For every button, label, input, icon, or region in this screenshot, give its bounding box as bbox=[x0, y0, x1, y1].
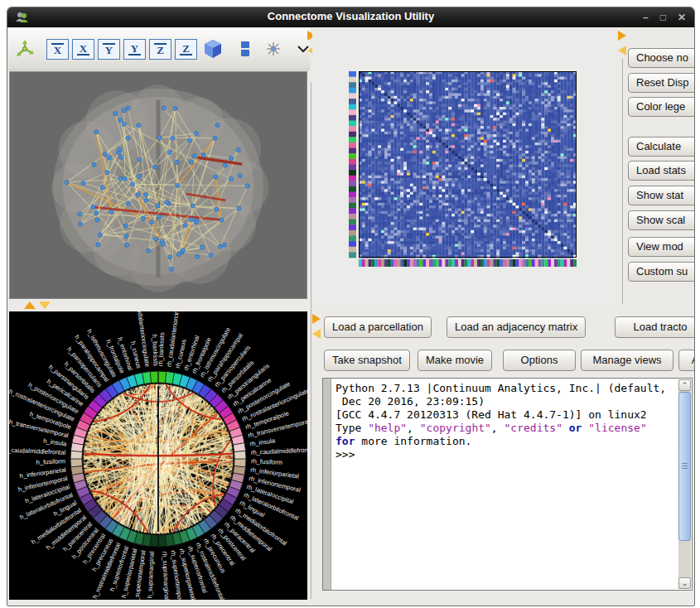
view-axis-y-bottom-button[interactable]: Y bbox=[123, 39, 146, 60]
window-controls: – □ ✕ bbox=[643, 7, 686, 27]
action-button-manage-views[interactable]: Manage views bbox=[581, 350, 673, 371]
action-button-load-an-adjacency-matrix[interactable]: Load an adjacency matrix bbox=[447, 316, 586, 338]
scroll-up-icon[interactable]: ⌃ bbox=[678, 379, 691, 391]
region-label-right: rh_fusiform bbox=[251, 457, 282, 466]
right-panel-button-view-mod[interactable]: View mod bbox=[628, 237, 695, 257]
axis-letter: Y bbox=[131, 43, 138, 54]
console-line: for more information. bbox=[336, 435, 677, 448]
parallel-projection-icon[interactable] bbox=[237, 39, 253, 59]
view-axis-x-top-button[interactable]: X bbox=[46, 39, 69, 60]
region-label-right: rh_bankssts bbox=[157, 332, 166, 367]
titlebar[interactable]: Connectome Visualization Utility – □ ✕ bbox=[7, 7, 694, 27]
console-line: [GCC 4.4.7 20120313 (Red Hat 4.4.7-1)] o… bbox=[336, 408, 677, 422]
console-gutter bbox=[323, 379, 331, 590]
adjacency-matrix-heatmap[interactable] bbox=[349, 71, 577, 267]
splitter-right-arrow-icon[interactable] bbox=[312, 314, 321, 324]
view-axis-z-bottom-button[interactable]: Z bbox=[175, 39, 197, 60]
right-vertical-splitter[interactable] bbox=[622, 59, 623, 304]
python-console[interactable]: Python 2.7.13 |Continuum Analytics, Inc.… bbox=[322, 378, 693, 591]
console-output[interactable]: Python 2.7.13 |Continuum Analytics, Inc.… bbox=[336, 382, 677, 588]
axes-marker-icon[interactable] bbox=[263, 39, 283, 59]
view-axis-z-top-button[interactable]: Z bbox=[149, 39, 171, 60]
action-button-options[interactable]: Options bbox=[503, 350, 576, 371]
app-window: Connectome Visualization Utility – □ ✕ bbox=[7, 7, 695, 606]
console-line: Dec 20 2016, 23:09:15) bbox=[336, 395, 677, 408]
action-button-a[interactable]: A bbox=[678, 350, 695, 371]
scrollbar-thumb[interactable] bbox=[678, 392, 691, 541]
action-button-make-movie[interactable]: Make movie bbox=[418, 350, 492, 371]
console-scrollbar[interactable]: ⌃ ⌄ bbox=[678, 379, 691, 589]
right-panel-button-choose-no[interactable]: Choose no bbox=[628, 48, 695, 68]
axis-letter: Y bbox=[105, 45, 113, 55]
trihedron-axes-icon[interactable] bbox=[15, 39, 35, 59]
action-button-load-a-parcellation[interactable]: Load a parcellation bbox=[324, 316, 432, 338]
axis-letter: X bbox=[80, 43, 87, 54]
view-axis-x-bottom-button[interactable]: X bbox=[72, 39, 94, 60]
right-panel-button-show-scal[interactable]: Show scal bbox=[628, 210, 695, 230]
brain-3d-network-view[interactable] bbox=[9, 71, 307, 299]
splitter-right-arrow-icon[interactable] bbox=[618, 31, 626, 41]
right-splitter-handle[interactable] bbox=[618, 31, 626, 55]
console-line: >>> bbox=[336, 448, 677, 461]
window-title: Connectome Visualization Utility bbox=[7, 10, 694, 22]
scene-toolbar: XXYYZZ bbox=[8, 28, 310, 70]
right-panel-button-calculate[interactable]: Calculate bbox=[628, 137, 695, 157]
right-panel-button-load-stats[interactable]: Load stats bbox=[628, 161, 695, 181]
region-label-left: h_fusiform bbox=[36, 457, 65, 466]
main-vertical-splitter[interactable] bbox=[311, 82, 311, 599]
action-button-take-snapshot[interactable]: Take snapshot bbox=[324, 350, 410, 371]
splitter-left-arrow-icon[interactable] bbox=[312, 329, 321, 339]
right-panel-button-reset-disp[interactable]: Reset Disp bbox=[628, 73, 695, 93]
left-horizontal-splitter[interactable] bbox=[24, 302, 51, 309]
minimize-icon[interactable]: – bbox=[643, 7, 649, 27]
maximize-icon[interactable]: □ bbox=[660, 7, 666, 27]
view-axis-buttons: XXYYZZ bbox=[46, 39, 197, 60]
isometric-view-cube-icon[interactable] bbox=[202, 38, 224, 60]
console-line: Type "help", "copyright", "credits" or "… bbox=[336, 422, 677, 435]
connectogram-circle-view[interactable]: h_banksstsrh_banksstsh_caudalanteriorcin… bbox=[9, 311, 307, 600]
bottom-splitter-handle[interactable] bbox=[312, 314, 321, 339]
action-button-load-tracto[interactable]: Load tracto bbox=[615, 316, 695, 338]
console-line: Python 2.7.13 |Continuum Analytics, Inc.… bbox=[336, 382, 677, 395]
right-panel-button-color-lege[interactable]: Color lege bbox=[628, 97, 695, 117]
axis-letter: Z bbox=[182, 43, 190, 54]
adjacency-matrix-panel bbox=[312, 28, 620, 307]
splitter-up-arrow-icon[interactable] bbox=[24, 302, 36, 309]
right-panel-button-custom-su[interactable]: Custom su bbox=[628, 262, 695, 282]
scroll-down-icon[interactable]: ⌄ bbox=[678, 577, 691, 589]
right-panel-button-show-stat[interactable]: Show stat bbox=[628, 186, 695, 205]
close-icon[interactable]: ✕ bbox=[678, 7, 686, 27]
view-axis-y-top-button[interactable]: Y bbox=[98, 39, 120, 60]
axis-letter: X bbox=[54, 45, 61, 55]
splitter-left-arrow-icon[interactable] bbox=[618, 46, 626, 55]
splitter-down-arrow-icon[interactable] bbox=[39, 302, 51, 309]
desktop-background: Connectome Visualization Utility – □ ✕ bbox=[0, 0, 700, 608]
control-panel: Load a parcellationLoad an adjacency mat… bbox=[312, 307, 694, 603]
axis-letter: Z bbox=[157, 45, 164, 55]
